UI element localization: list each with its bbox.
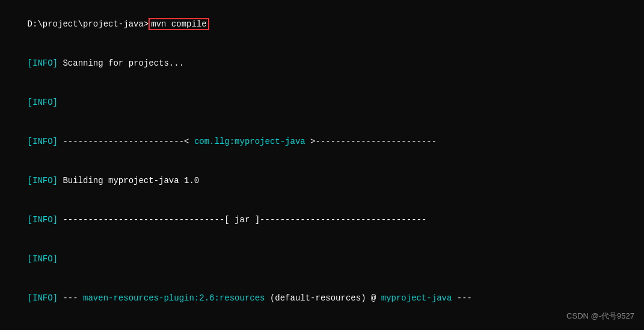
info-tag: [INFO] — [28, 137, 58, 146]
info-tag: [INFO] — [28, 293, 58, 303]
info-line-2: [INFO] — [7, 83, 637, 122]
phase-part: (default-resources) @ — [265, 293, 381, 303]
line-content: Building myproject-java 1.0 — [58, 176, 199, 185]
info-line-3: [INFO] ------------------------< com.llg… — [7, 122, 637, 161]
line-content: Scanning for projects... — [58, 58, 184, 68]
info-line-7: [INFO] --- maven-resources-plugin:2.6:re… — [7, 279, 637, 318]
line-content: --------------------------------[ jar ]-… — [58, 215, 426, 225]
info-tag: [INFO] — [28, 98, 58, 107]
command-text: mvn compile — [149, 18, 209, 30]
dash-part: --- — [58, 293, 83, 303]
info-line-1: [INFO] Scanning for projects... — [7, 44, 637, 83]
line-content-2: >------------------------ — [305, 137, 437, 146]
command-line: D:\project\project-java>mvn compile — [7, 5, 637, 44]
line-content: ------------------------< — [58, 137, 194, 146]
watermark-text: CSDN @-代号9527 — [566, 311, 634, 320]
prompt-prefix: D:\project\project-java> — [28, 19, 149, 29]
csdn-watermark: CSDN @-代号9527 — [566, 311, 634, 322]
info-tag: [INFO] — [28, 215, 58, 225]
end-dash: --- — [452, 293, 472, 303]
info-line-5: [INFO] --------------------------------[… — [7, 201, 637, 240]
info-line-6: [INFO] — [7, 240, 637, 279]
info-line-4: [INFO] Building myproject-java 1.0 — [7, 161, 637, 201]
terminal-window: D:\project\project-java>mvn compile [INF… — [0, 0, 644, 330]
plugin-name: maven-resources-plugin:2.6:resources — [83, 293, 265, 303]
info-line-8: [INFO] Using 'UTF-8' encoding to copy fi… — [7, 319, 637, 331]
project-name: myproject-java — [381, 293, 452, 303]
info-tag: [INFO] — [28, 58, 58, 68]
info-tag: [INFO] — [28, 254, 58, 264]
info-tag: [INFO] — [28, 176, 58, 185]
project-artifact: com.llg:myproject-java — [194, 137, 305, 146]
